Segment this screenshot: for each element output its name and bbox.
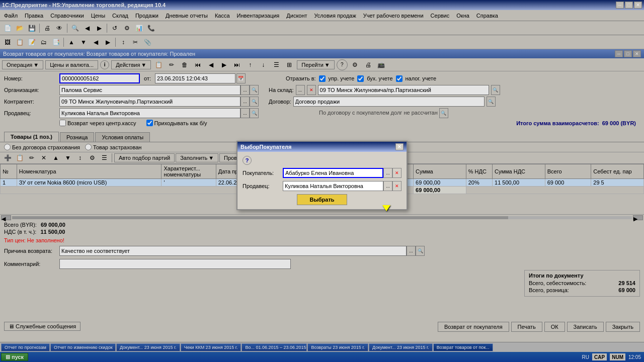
- dialog-help-row: ?: [243, 156, 401, 165]
- dialog-title-bar: ВыборПокупателя ✕: [237, 142, 407, 152]
- dialog-seller-select[interactable]: ...: [383, 181, 392, 191]
- dialog-seller-row: Продавец: ... ✕: [243, 181, 401, 191]
- dialog-buyer-select[interactable]: ...: [383, 168, 392, 178]
- dialog-title-text: ВыборПокупателя: [240, 144, 292, 150]
- dialog-seller-label: Продавец:: [243, 183, 283, 189]
- buyer-selection-dialog: ВыборПокупателя ✕ ? Покупатель: ... ✕ Пр…: [236, 141, 408, 210]
- dialog-buyer-label: Покупатель:: [243, 170, 283, 176]
- dialog-buyer-input[interactable]: [283, 168, 383, 178]
- dialog-buyer-row: Покупатель: ... ✕: [243, 168, 401, 178]
- dialog-select-btn[interactable]: Выбрать: [297, 194, 347, 205]
- dialog-body: ? Покупатель: ... ✕ Продавец: ... ✕ Выбр…: [237, 152, 407, 209]
- dialog-buyer-clear[interactable]: ✕: [392, 168, 401, 178]
- dialog-seller-input[interactable]: [283, 181, 383, 191]
- dialog-seller-clear[interactable]: ✕: [392, 181, 401, 191]
- dialog-button-row: Выбрать: [243, 194, 401, 205]
- dialog-close-btn[interactable]: ✕: [395, 143, 404, 150]
- dialog-help-icon[interactable]: ?: [243, 156, 252, 165]
